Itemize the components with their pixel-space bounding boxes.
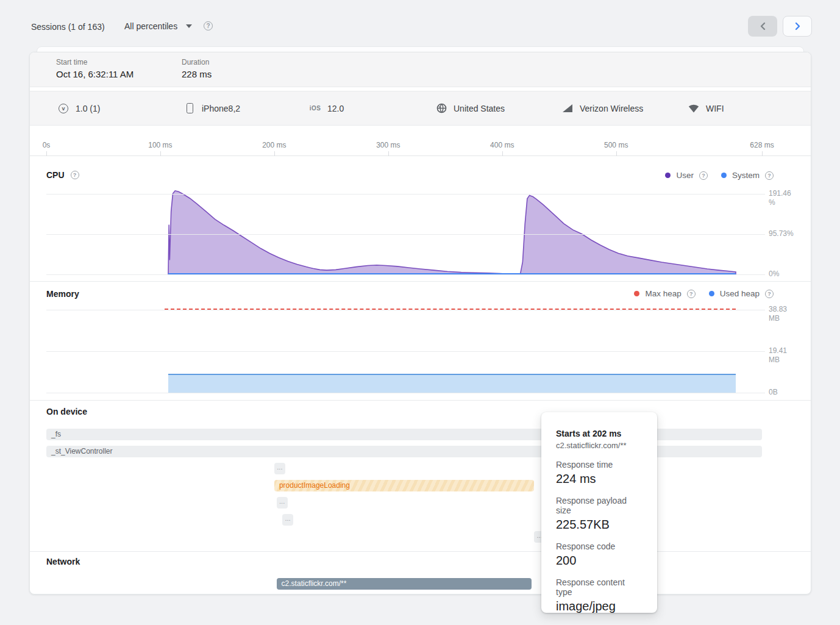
help-icon[interactable]: ? xyxy=(765,290,774,298)
memory-section-title: Memory xyxy=(46,289,79,299)
bar-label: c2.staticflickr.com/** xyxy=(277,579,347,588)
timeline-tick-label: 628 ms xyxy=(750,141,774,149)
timeline-tick-mark xyxy=(274,151,275,156)
percentiles-dropdown[interactable]: All percentiles xyxy=(124,18,192,34)
memory-legend-max-heap: Max heap ? xyxy=(634,289,695,298)
chevron-left-icon xyxy=(760,22,766,30)
globe-icon xyxy=(436,103,447,114)
start-time-value: Oct 16, 6:32:11 AM xyxy=(56,69,133,79)
timeline-tick-label: 500 ms xyxy=(604,141,628,149)
carrier-value: Verizon Wireless xyxy=(580,104,643,113)
timeline-ruler[interactable]: 0s100 ms200 ms300 ms400 ms500 ms628 ms xyxy=(30,126,811,156)
collapsed-trace-chip[interactable]: ... xyxy=(274,463,285,474)
help-icon[interactable]: ? xyxy=(765,171,774,180)
start-time-block: Start time Oct 16, 6:32:11 AM xyxy=(56,58,133,79)
cpu-axis-label: 191.46 % xyxy=(769,189,797,207)
tooltip-field-value: 200 xyxy=(556,554,642,568)
bar-label: ... xyxy=(277,463,282,471)
memory-axis-label: 0B xyxy=(769,388,797,397)
device-model-item: iPhone8,2 xyxy=(184,91,240,125)
on-device-section-title: On device xyxy=(46,407,87,416)
memory-legend: Max heap ? Used heap ? xyxy=(634,289,774,298)
cpu-user-area xyxy=(168,191,736,274)
previous-session-button[interactable] xyxy=(748,16,777,37)
used-heap-band[interactable] xyxy=(168,374,736,393)
country-item: United States xyxy=(436,91,505,125)
tooltip-subtitle: c2.staticflickr.com/** xyxy=(556,441,642,450)
device-model-value: iPhone8,2 xyxy=(202,104,240,113)
help-icon[interactable]: ? xyxy=(204,21,213,30)
timeline-tick-label: 100 ms xyxy=(148,141,172,149)
collapsed-trace-chip[interactable]: ... xyxy=(282,514,293,526)
wifi-icon xyxy=(688,103,699,114)
bar-label: _fs xyxy=(46,430,61,438)
duration-value: 228 ms xyxy=(182,69,212,79)
app-version-icon: v xyxy=(58,103,69,114)
chevron-down-icon xyxy=(186,24,192,28)
app-version-value: 1.0 (1) xyxy=(76,104,100,113)
duration-label: Duration xyxy=(182,58,212,66)
section-divider xyxy=(30,551,811,552)
bar-label: _st_ViewController xyxy=(46,447,113,455)
timeline-tick-mark xyxy=(502,151,503,156)
cpu-legend: User ? System ? xyxy=(665,171,774,180)
memory-gridline xyxy=(46,393,765,393)
tooltip-field-label: Response code xyxy=(556,541,642,551)
tooltip-field-value: 225.57KB xyxy=(556,518,642,532)
memory-axis-label: 38.83 MB xyxy=(769,305,797,323)
os-version-value: 12.0 xyxy=(327,104,344,113)
timeline-tick-label: 300 ms xyxy=(376,141,400,149)
help-icon[interactable]: ? xyxy=(71,171,79,179)
percentiles-dropdown-label: All percentiles xyxy=(124,21,177,31)
user-color-dot xyxy=(665,173,671,178)
memory-legend-used-heap: Used heap ? xyxy=(709,289,774,298)
signal-icon xyxy=(562,103,573,114)
help-icon[interactable]: ? xyxy=(687,290,696,298)
bar-label: ... xyxy=(279,498,285,505)
system-color-dot xyxy=(721,173,727,178)
tooltip-title: Starts at 202 ms xyxy=(556,429,642,438)
help-icon[interactable]: ? xyxy=(699,171,708,180)
country-value: United States xyxy=(454,104,505,113)
tooltip-field-label: Response payload size xyxy=(556,496,642,515)
timeline-tick-label: 200 ms xyxy=(262,141,286,149)
cpu-section-title: CPU ? xyxy=(46,170,79,180)
custom-trace-bar[interactable]: productImageLoading xyxy=(274,480,534,491)
carrier-item: Verizon Wireless xyxy=(562,91,643,125)
timeline-tick-label: 400 ms xyxy=(490,141,514,149)
timeline-tick-label: 0s xyxy=(43,141,51,149)
trace-tooltip: Starts at 202 ms c2.staticflickr.com/** … xyxy=(541,412,657,613)
network-section-title: Network xyxy=(46,557,80,566)
cpu-legend-system: System ? xyxy=(721,171,774,180)
memory-gridline xyxy=(46,310,765,310)
cpu-axis-label: 95.73% xyxy=(769,229,797,238)
os-version-item: iOS 12.0 xyxy=(310,91,344,125)
timeline-tick-mark xyxy=(762,151,763,156)
network-request-bar[interactable]: c2.staticflickr.com/** xyxy=(277,578,532,590)
memory-axis-label: 19.41 MB xyxy=(769,346,797,365)
radio-item: WIFI xyxy=(688,91,724,125)
sessions-count-label: Sessions (1 of 163) xyxy=(31,22,105,32)
timeline-tick-mark xyxy=(160,151,161,156)
app-version-item: v 1.0 (1) xyxy=(58,91,100,125)
collapsed-trace-chip[interactable]: ... xyxy=(277,497,288,509)
radio-value: WIFI xyxy=(706,104,724,113)
used-heap-color-dot xyxy=(709,291,714,296)
start-time-label: Start time xyxy=(56,58,133,66)
ios-icon: iOS xyxy=(310,103,321,114)
memory-gridline xyxy=(46,351,765,352)
section-divider xyxy=(30,400,811,401)
session-card: Start time Oct 16, 6:32:11 AM Duration 2… xyxy=(29,52,811,595)
chevron-right-icon xyxy=(794,22,801,30)
timeline-tick-mark xyxy=(46,151,47,156)
tooltip-field-value: image/jpeg xyxy=(556,599,642,613)
timeline-tick-mark xyxy=(616,151,617,156)
tooltip-field-label: Response content type xyxy=(556,577,642,597)
tooltip-field-label: Response time xyxy=(556,460,642,470)
session-meta-band: Start time Oct 16, 6:32:11 AM Duration 2… xyxy=(30,52,811,87)
max-heap-line xyxy=(165,309,736,310)
cpu-usage-chart[interactable] xyxy=(46,187,762,275)
next-session-button[interactable] xyxy=(783,16,812,37)
session-detail-page: Sessions (1 of 163) All percentiles ? St… xyxy=(0,0,840,625)
cpu-axis-label: 0% xyxy=(769,270,797,279)
